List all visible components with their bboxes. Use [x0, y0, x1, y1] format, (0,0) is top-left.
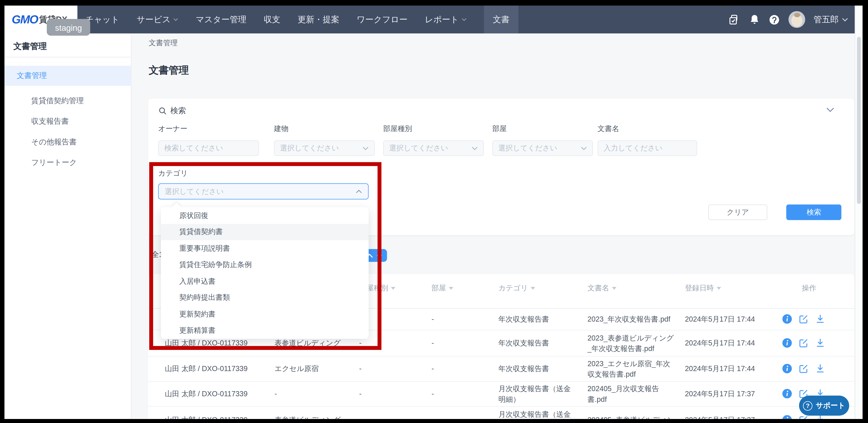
category-select[interactable]: 選択してください — [158, 183, 369, 200]
nav-item-services[interactable]: サービス — [137, 6, 179, 33]
help-icon[interactable] — [769, 13, 780, 25]
search-button[interactable]: 検索 — [786, 205, 841, 220]
owner-input[interactable]: 検索してください — [158, 141, 259, 156]
placeholder-text: 入力してください — [603, 143, 663, 153]
nav-item-chat[interactable]: チャット — [85, 6, 120, 33]
cell-category: 年次収支報告書 — [498, 330, 577, 356]
building-select[interactable]: 選択してください — [274, 141, 375, 156]
placeholder-text: 選択してください — [498, 143, 558, 153]
category-dropdown: 原状回復 賃貸借契約書 重要事項説明書 賃貸住宅紛争防止条例 入居申込書 契約時… — [161, 207, 369, 339]
dropdown-option-highlighted[interactable]: 賃貸借契約書 — [161, 224, 369, 240]
placeholder-text: 検索してください — [164, 143, 223, 153]
sidebar-item-label: その他報告書 — [4, 137, 76, 147]
collapse-panel-icon[interactable] — [826, 108, 834, 113]
divider — [4, 57, 131, 58]
info-icon[interactable] — [782, 389, 792, 399]
building-field: 建物 選択してください — [274, 124, 375, 156]
nav-item-income-expense[interactable]: 収支 — [264, 6, 280, 33]
field-label: 建物 — [274, 124, 375, 134]
breadcrumb[interactable]: 文書管理 — [149, 38, 178, 48]
download-icon[interactable] — [815, 314, 825, 324]
sidebar-item-lease-contract-management[interactable]: 賃貸借契約管理 — [4, 91, 131, 111]
cell-room: - — [432, 308, 487, 330]
user-menu[interactable]: 管五郎 — [814, 14, 848, 25]
vertical-scrollbar[interactable] — [855, 6, 863, 419]
table-row[interactable]: 山田 太郎 / DXO-0117339 エクセル原宿 - - 年次収支報告書 2… — [148, 356, 854, 382]
cell-building: エクセル原宿 — [275, 356, 355, 381]
edit-icon[interactable] — [799, 314, 809, 324]
room-type-select[interactable]: 選択してください — [383, 141, 484, 156]
sidebar-item-document-management[interactable]: 文書管理 — [4, 66, 131, 86]
dropdown-option[interactable]: 賃貸住宅紛争防止条例 — [161, 256, 369, 273]
notification-bell-icon[interactable] — [748, 13, 760, 25]
edit-icon[interactable] — [799, 338, 809, 348]
search-panel-title: 検索 — [170, 106, 186, 116]
sidebar-item-label: フリートーク — [4, 158, 77, 168]
download-icon[interactable] — [815, 338, 825, 348]
sidebar-item-free-talk[interactable]: フリートーク — [4, 153, 131, 173]
info-icon[interactable] — [782, 338, 792, 348]
dropdown-option[interactable]: 更新契約書 — [161, 306, 369, 323]
header-document-name[interactable]: 文書名 — [588, 283, 617, 293]
cell-building: 表参道ビルディング — [275, 406, 355, 419]
support-button[interactable]: ? サポート — [799, 396, 849, 416]
dropdown-option[interactable]: 重要事項説明書 — [161, 240, 369, 257]
sidebar-item-label: 収支報告書 — [4, 117, 69, 127]
info-icon[interactable] — [782, 363, 792, 373]
nav-label: 収支 — [264, 14, 280, 25]
screenshot-frame: チャット サービス マスター管理 収支 更新・提案 ワークフロー レポート 文書 — [0, 0, 868, 423]
header-room[interactable]: 部屋 — [432, 283, 454, 293]
cell-document-name: 2023_表参道ビルディング_年次収支報告書.pdf — [588, 330, 677, 356]
cell-registered-date: 2024年5月17日 17:44 — [685, 356, 774, 381]
nav-label: 更新・提案 — [298, 14, 339, 25]
nav-item-master-management[interactable]: マスター管理 — [196, 6, 247, 33]
cell-room: - — [432, 381, 487, 406]
placeholder-text: 選択してください — [165, 186, 224, 197]
download-icon[interactable] — [815, 363, 825, 373]
info-icon[interactable] — [782, 415, 792, 419]
nav-item-renewal-proposal[interactable]: 更新・提案 — [298, 6, 339, 33]
cell-building: - — [275, 381, 355, 406]
room-type-field: 部屋種別 選択してください — [383, 124, 484, 156]
placeholder-text: 選択してください — [280, 143, 339, 153]
nav-right-controls: 管五郎 — [728, 6, 848, 33]
cell-document-name: 2023_年次収支報告書.pdf — [588, 308, 677, 330]
sort-caret-icon — [391, 286, 395, 290]
sidebar-item-income-expense-report[interactable]: 収支報告書 — [4, 112, 131, 131]
sort-caret-icon — [531, 286, 535, 290]
nav-label: サービス — [137, 14, 171, 25]
info-icon[interactable] — [782, 314, 792, 324]
clear-button[interactable]: クリア — [708, 205, 767, 220]
app-window: チャット サービス マスター管理 収支 更新・提案 ワークフロー レポート 文書 — [4, 6, 863, 419]
header-registered-date[interactable]: 登録日時 — [685, 283, 721, 293]
dropdown-option[interactable]: 契約時提出書類 — [161, 290, 369, 306]
edit-icon[interactable] — [799, 363, 809, 373]
nav-label: レポート — [425, 14, 459, 25]
support-label: サポート — [816, 401, 845, 411]
nav-item-report[interactable]: レポート — [425, 6, 467, 33]
field-label: 部屋種別 — [383, 124, 484, 134]
cell-category: 月次収支報告書（送金明 — [498, 406, 577, 419]
chevron-down-icon — [472, 146, 478, 150]
cell-room: - — [432, 406, 487, 419]
sidebar-item-other-reports[interactable]: その他報告書 — [4, 132, 131, 152]
dropdown-option[interactable]: 原状回復 — [161, 207, 369, 224]
cell-category: 年次収支報告書 — [498, 308, 577, 330]
tasks-icon[interactable] — [728, 13, 740, 25]
header-category[interactable]: カテゴリ — [498, 283, 535, 293]
dropdown-option[interactable]: 入居申込書 — [161, 273, 369, 290]
room-select[interactable]: 選択してください — [492, 141, 593, 156]
document-name-input[interactable]: 入力してください — [598, 141, 698, 156]
user-avatar[interactable] — [788, 11, 805, 28]
chevron-down-icon — [174, 18, 179, 21]
scrollbar-thumb[interactable] — [857, 37, 861, 204]
dropdown-option[interactable]: 更新精算書 — [161, 322, 369, 339]
table-row[interactable]: 山田 太郎 / DXO-0117339 表参道ビルディング - - 月次収支報告… — [148, 406, 854, 419]
field-label: オーナー — [158, 124, 259, 134]
nav-label: 文書 — [493, 14, 509, 25]
table-row[interactable]: 山田 太郎 / DXO-0117339 - - - 月次収支報告書（送金明細） … — [148, 381, 854, 407]
nav-item-documents[interactable]: 文書 — [484, 6, 519, 33]
nav-item-workflow[interactable]: ワークフロー — [356, 6, 408, 33]
chevron-down-icon — [842, 18, 848, 22]
user-name-label: 管五郎 — [814, 14, 839, 25]
